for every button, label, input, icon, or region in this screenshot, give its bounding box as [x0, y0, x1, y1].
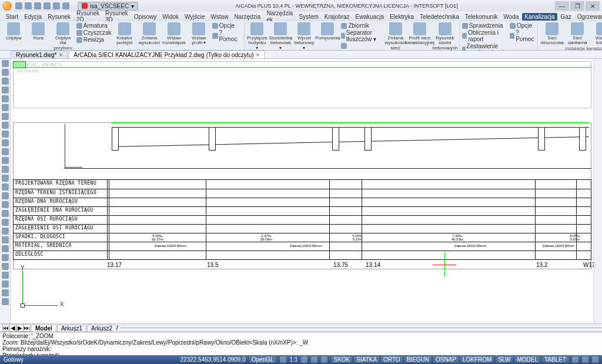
- status-toggle-orto[interactable]: ORTO: [381, 356, 403, 363]
- sheet-nav[interactable]: ▶: [16, 324, 24, 332]
- command-window[interactable]: Polecenie: '_ZOOMZoom: Bliżej/dalEj/Wszy…: [0, 332, 602, 355]
- maximize-button[interactable]: ❐: [570, 1, 584, 11]
- ribbon-opcje[interactable]: Opcje: [510, 22, 535, 29]
- tool-button[interactable]: [2, 272, 9, 279]
- tool-button[interactable]: [2, 95, 9, 102]
- tool-button[interactable]: [2, 113, 9, 120]
- status-opengl[interactable]: OpenGL: [249, 356, 276, 363]
- menu-elektryka[interactable]: Elektryka: [387, 13, 416, 21]
- status-icon[interactable]: [280, 356, 286, 363]
- qa-icon[interactable]: [25, 2, 32, 9]
- menu-widok[interactable]: Widok: [160, 13, 181, 21]
- status-icon[interactable]: [592, 356, 598, 363]
- sheet-nav[interactable]: ◀: [9, 324, 16, 332]
- qa-icon[interactable]: [62, 2, 69, 9]
- qa-icon[interactable]: [53, 2, 60, 9]
- tool-button[interactable]: [2, 280, 9, 288]
- ribbon-separatortuszczw[interactable]: Separator tłuszczów ▾: [341, 29, 383, 42]
- ribbon-przycze[interactable]: Przyłączebudynku ▾: [247, 22, 267, 51]
- status-icon[interactable]: [572, 356, 578, 363]
- ribbon-studzienka[interactable]: Studzienkabetonowa ▾: [269, 22, 293, 51]
- menu-ogrzewanie[interactable]: Ogrzewanie: [575, 13, 602, 21]
- tool-button[interactable]: [2, 148, 9, 155]
- menu-krajobraz[interactable]: Krajobraz: [322, 13, 352, 21]
- drawing-canvas[interactable]: MATERIAŁ, ŚREDNICA ODLEGŁOŚĆ PROJEKTOWAN…: [11, 59, 594, 323]
- status-icon[interactable]: [321, 356, 327, 363]
- ribbon-wstaw[interactable]: Wstawrozwinięcie: [162, 22, 186, 46]
- ribbon-wstaw[interactable]: Wstawkolizję: [591, 22, 602, 46]
- menu-teledetechnika[interactable]: Teledetechnika: [417, 13, 461, 21]
- close-button[interactable]: ✕: [586, 1, 600, 11]
- tool-button[interactable]: [2, 104, 9, 111]
- status-toggle-slw[interactable]: SLW: [496, 356, 513, 363]
- ribbon-pomoc[interactable]: ? Pomoc: [510, 29, 535, 42]
- sheet-tab-arkusz1[interactable]: Arkusz1: [57, 325, 86, 332]
- status-scale[interactable]: 1:1: [290, 356, 298, 363]
- tool-button[interactable]: [2, 69, 9, 76]
- ribbon-kreator[interactable]: Kreatorpodejść: [113, 22, 136, 46]
- ribbon-wpust[interactable]: Wpustbetonowy ▾: [294, 22, 314, 51]
- menu-ewakuacja[interactable]: Ewakuacja: [353, 13, 386, 21]
- ribbon-obliczeniairaport[interactable]: Obliczenia i raport: [462, 29, 508, 42]
- sheet-tab-model[interactable]: Model: [31, 325, 56, 332]
- status-toggle-skok[interactable]: SKOK: [331, 356, 352, 363]
- tool-button[interactable]: [2, 60, 9, 67]
- minimize-button[interactable]: —: [555, 1, 569, 11]
- menu-opisowy[interactable]: Opisowy: [132, 13, 159, 21]
- sheet-nav[interactable]: ⏮: [2, 324, 9, 332]
- status-toggle-osnap[interactable]: OSNAP: [433, 356, 459, 363]
- qa-icon[interactable]: [15, 2, 22, 9]
- close-tab-icon[interactable]: ×: [256, 52, 260, 58]
- ribbon-zmiana[interactable]: Zmianawysokości sieci: [384, 22, 406, 51]
- ribbon-rura[interactable]: Rura: [27, 22, 50, 41]
- tool-button[interactable]: [2, 192, 9, 199]
- tool-button[interactable]: [2, 289, 9, 296]
- status-icon[interactable]: [301, 356, 307, 363]
- tool-button[interactable]: [2, 86, 9, 93]
- tool-button[interactable]: [2, 122, 9, 129]
- tool-button[interactable]: [2, 131, 9, 138]
- tool-button[interactable]: [2, 139, 9, 146]
- menu-narzędzia[interactable]: Narzędzia: [232, 13, 263, 21]
- tool-button[interactable]: [2, 157, 9, 164]
- tool-button[interactable]: [2, 201, 9, 208]
- menu-start[interactable]: Start: [4, 13, 21, 21]
- ribbon-wstaw[interactable]: Wstawprofil ▾: [188, 22, 210, 46]
- tool-button[interactable]: [2, 298, 9, 305]
- menu-wyjście[interactable]: Wyjście: [182, 13, 207, 21]
- tool-button[interactable]: [2, 236, 9, 243]
- ribbon-odpywdla[interactable]: Odpływ dlaprzyboru: [52, 22, 75, 51]
- ribbon-[interactable]: [341, 43, 383, 49]
- menu-edycja[interactable]: Edycja: [22, 13, 44, 21]
- tool-button[interactable]: [2, 166, 9, 173]
- menu-woda[interactable]: Woda: [501, 13, 521, 21]
- ribbon-sprawdzenia[interactable]: Sprawdzenia: [462, 22, 508, 29]
- qa-icon[interactable]: [34, 2, 41, 9]
- ribbon-zbiornik[interactable]: Zbiornik: [341, 22, 383, 29]
- menu-wstaw[interactable]: Wstaw: [208, 13, 230, 21]
- ribbon-pompownia[interactable]: Pompownia: [316, 22, 339, 41]
- doc-tab[interactable]: ArCADia SIECI KANALIZACYJNE Przykład 2.d…: [68, 51, 265, 58]
- tool-button[interactable]: [2, 219, 9, 226]
- status-toggle-tablet[interactable]: TABLET: [542, 356, 568, 363]
- ribbon-odpyw[interactable]: Odpływ: [2, 22, 25, 41]
- menu-system[interactable]: System: [296, 13, 320, 21]
- status-toggle-biegun[interactable]: BIEGUN: [404, 356, 432, 363]
- menu-telekomunik[interactable]: Telekomunik: [463, 13, 500, 21]
- ribbon-sie[interactable]: Siećdeszczowa: [540, 22, 564, 46]
- right-scrollbar[interactable]: [594, 59, 602, 323]
- tool-button[interactable]: [2, 254, 9, 261]
- status-toggle-siatka[interactable]: SIATKA: [354, 356, 379, 363]
- sheet-nav[interactable]: ⏭: [24, 324, 31, 332]
- ribbon-profilsieci[interactable]: Profil siecikanalizacyjnej: [408, 22, 432, 46]
- sheet-tab-arkusz2[interactable]: Arkusz2: [87, 325, 116, 332]
- menu-gaz[interactable]: Gaz: [558, 13, 574, 21]
- close-tab-icon[interactable]: ×: [59, 52, 62, 58]
- status-icon[interactable]: [582, 356, 588, 363]
- tool-button[interactable]: [2, 183, 9, 191]
- tool-button[interactable]: [2, 175, 9, 182]
- status-toggle-model[interactable]: MODEL: [514, 356, 540, 363]
- tool-button[interactable]: [2, 228, 9, 235]
- ribbon-armatura[interactable]: Armatura: [76, 22, 112, 29]
- ribbon-zmiana[interactable]: Zmianawysokości: [138, 22, 160, 46]
